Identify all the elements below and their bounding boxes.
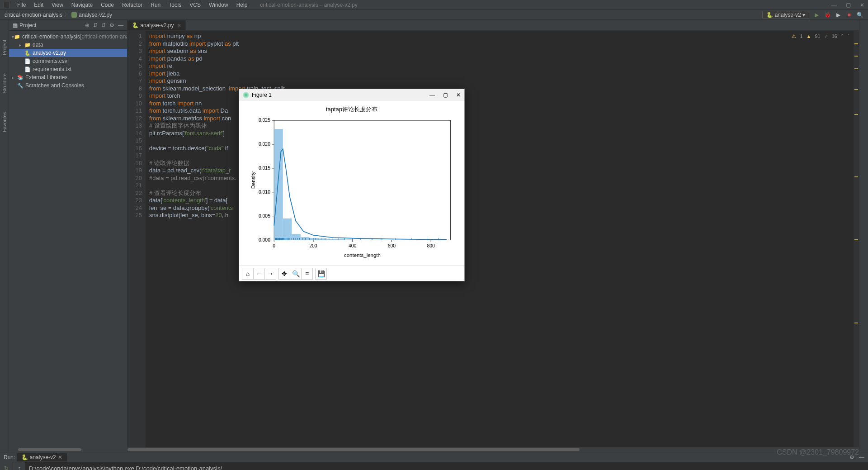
close-tab-icon[interactable]: ✕ bbox=[177, 23, 181, 28]
left-tool-stripe: Project Structure Favorites bbox=[0, 20, 9, 452]
svg-rect-1 bbox=[274, 129, 283, 240]
run-configuration-selector[interactable]: 🐍 analyse-v2 ▾ bbox=[762, 11, 809, 19]
forward-icon[interactable]: → bbox=[264, 268, 276, 280]
tree-item[interactable]: ▸📁data bbox=[9, 41, 127, 49]
coverage-button[interactable]: ▶ bbox=[835, 11, 842, 19]
menu-view[interactable]: View bbox=[48, 1, 67, 9]
main-menu: FileEditViewNavigateCodeRefactorRunTools… bbox=[14, 1, 251, 9]
python-icon: 🐍 bbox=[766, 12, 773, 18]
tab-label: analyse-v2.py bbox=[140, 22, 174, 28]
back-icon[interactable]: ← bbox=[253, 268, 265, 280]
maximize-icon[interactable]: ▢ bbox=[443, 92, 448, 98]
editor-horizontal-scrollbar[interactable] bbox=[127, 447, 859, 452]
weak-warning-icon: ▲ bbox=[807, 33, 811, 40]
python-file-icon bbox=[71, 12, 77, 18]
save-icon[interactable]: 💾 bbox=[315, 268, 327, 280]
minimize-icon[interactable]: — bbox=[831, 2, 837, 8]
editor-tab-active[interactable]: 🐍 analyse-v2.py ✕ bbox=[127, 20, 186, 30]
home-icon[interactable]: ⌂ bbox=[242, 268, 254, 280]
python-file-icon: 🐍 bbox=[132, 22, 139, 28]
warning-count: 1 bbox=[800, 33, 802, 40]
hide-panel-icon[interactable]: — bbox=[118, 22, 123, 28]
svg-rect-4 bbox=[301, 237, 310, 240]
menu-tools[interactable]: Tools bbox=[165, 1, 185, 9]
tree-item[interactable]: 📄comments.csv bbox=[9, 57, 127, 65]
chevron-up-icon[interactable]: ˄ bbox=[841, 33, 844, 40]
menu-window[interactable]: Window bbox=[205, 1, 232, 9]
tree-item[interactable]: 🐍analyse-v2.py bbox=[9, 49, 127, 57]
svg-text:200: 200 bbox=[309, 243, 317, 248]
settings-gear-icon[interactable]: ⚙ bbox=[849, 454, 854, 461]
svg-text:0.010: 0.010 bbox=[259, 190, 270, 195]
plot-canvas: taptap评论长度分布 02004006008000.0000.0050.01… bbox=[239, 101, 464, 266]
typo-icon: ✓ bbox=[824, 33, 828, 40]
tree-item[interactable]: ▸📚External Libraries bbox=[9, 73, 127, 81]
svg-rect-3 bbox=[292, 234, 301, 240]
window-title: critical-emotion-analysis – analyse-v2.p… bbox=[260, 2, 357, 8]
expand-all-icon[interactable]: ⇵ bbox=[93, 22, 98, 28]
chevron-down-icon[interactable]: ˅ bbox=[847, 33, 850, 40]
menu-help[interactable]: Help bbox=[233, 1, 251, 9]
maximize-icon[interactable]: ▢ bbox=[846, 2, 851, 8]
menu-navigate[interactable]: Navigate bbox=[68, 1, 96, 9]
svg-rect-5 bbox=[309, 238, 318, 240]
menu-code[interactable]: Code bbox=[97, 1, 118, 9]
horizontal-scrollbar[interactable] bbox=[9, 447, 127, 452]
run-config-name: analyse-v2 bbox=[775, 12, 801, 18]
select-opened-file-icon[interactable]: ⊕ bbox=[85, 22, 90, 28]
svg-text:0.020: 0.020 bbox=[259, 142, 270, 147]
tree-item[interactable]: 📄requirements.txt bbox=[9, 65, 127, 73]
menu-vcs[interactable]: VCS bbox=[186, 1, 204, 9]
project-tool-tab[interactable]: Project bbox=[2, 40, 7, 55]
close-tab-icon[interactable]: ✕ bbox=[58, 454, 62, 461]
tree-item[interactable]: 🔧Scratches and Consoles bbox=[9, 81, 127, 90]
rerun-button[interactable]: ↻ bbox=[4, 465, 9, 470]
svg-text:400: 400 bbox=[349, 243, 357, 248]
breadcrumb-file[interactable]: analyse-v2.py bbox=[79, 12, 112, 18]
collapse-all-icon[interactable]: ⇵ bbox=[101, 22, 106, 28]
figure-toolbar: ⌂ ← → ✥ 🔍 ≡ 💾 bbox=[239, 266, 464, 281]
run-header: Run: 🐍 analyse-v2 ✕ ⚙ — bbox=[0, 452, 868, 462]
menu-refactor[interactable]: Refactor bbox=[118, 1, 146, 9]
svg-text:0: 0 bbox=[273, 243, 275, 248]
zoom-icon[interactable]: 🔍 bbox=[290, 268, 302, 280]
app-logo-icon bbox=[4, 2, 10, 8]
configure-icon[interactable]: ≡ bbox=[301, 268, 313, 280]
settings-gear-icon[interactable]: ⚙ bbox=[109, 22, 114, 28]
svg-text:contents_length: contents_length bbox=[344, 252, 381, 258]
pan-icon[interactable]: ✥ bbox=[278, 268, 290, 280]
project-panel-title: Project bbox=[19, 22, 36, 28]
minimize-icon[interactable]: — bbox=[429, 92, 435, 98]
structure-tool-tab[interactable]: Structure bbox=[2, 73, 7, 94]
inspection-summary[interactable]: ⚠1 ▲91 ✓16 ˄˅ bbox=[792, 33, 850, 40]
menu-edit[interactable]: Edit bbox=[30, 1, 47, 9]
menu-file[interactable]: File bbox=[14, 1, 29, 9]
project-icon: ▦ bbox=[13, 22, 18, 28]
debug-button[interactable]: 🐞 bbox=[824, 11, 831, 19]
matplotlib-icon bbox=[243, 92, 249, 98]
code-editor[interactable]: 1234567891011121314151617181920212223242… bbox=[127, 31, 859, 447]
close-icon[interactable]: ✕ bbox=[860, 2, 864, 8]
close-icon[interactable]: ✕ bbox=[456, 92, 461, 98]
favorites-tool-tab[interactable]: Favorites bbox=[2, 112, 7, 132]
project-tree[interactable]: ▾📁critical-emotion-analysis [critical-em… bbox=[9, 31, 127, 447]
run-button[interactable]: ▶ bbox=[813, 11, 820, 19]
run-label: Run: bbox=[4, 454, 15, 461]
hide-panel-icon[interactable]: — bbox=[859, 454, 864, 461]
run-console[interactable]: D:\code\conda\envs\analysis\python.exe D… bbox=[25, 462, 868, 470]
run-toolbar-left: ↻ ↓ ■ ⊞ 📌 bbox=[0, 462, 13, 470]
svg-rect-6 bbox=[318, 238, 327, 240]
matplotlib-figure-window[interactable]: Figure 1 — ▢ ✕ taptap评论长度分布 020040060080… bbox=[239, 89, 465, 281]
menu-run[interactable]: Run bbox=[147, 1, 164, 9]
search-everywhere-button[interactable]: 🔍 bbox=[856, 11, 863, 19]
tree-item[interactable]: ▾📁critical-emotion-analysis [critical-em… bbox=[9, 33, 127, 41]
breadcrumb-project[interactable]: critical-emotion-analysis bbox=[5, 12, 62, 18]
error-stripe[interactable] bbox=[854, 31, 859, 447]
up-button[interactable]: ↑ bbox=[18, 465, 21, 470]
editor-tabs: 🐍 analyse-v2.py ✕ bbox=[127, 20, 859, 31]
run-tab[interactable]: 🐍 analyse-v2 ✕ bbox=[17, 453, 67, 461]
right-tool-stripe bbox=[859, 20, 868, 452]
run-toolbar-left-2: ↑ ↓ ↩ ⤓ 🖶 🗑 bbox=[13, 462, 25, 470]
figure-title-bar[interactable]: Figure 1 — ▢ ✕ bbox=[239, 89, 464, 101]
stop-button[interactable]: ■ bbox=[845, 11, 853, 19]
